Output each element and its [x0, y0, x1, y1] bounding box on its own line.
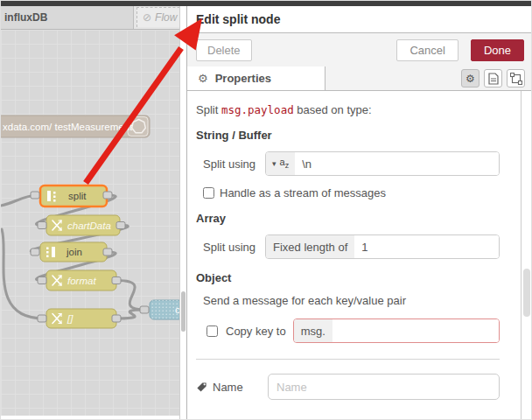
msg-payload-code: msg.payload [221, 103, 294, 116]
delete-button[interactable]: Delete [196, 39, 252, 61]
node-chart[interactable]: c [140, 300, 179, 319]
disabled-icon: ⊘ [143, 11, 151, 24]
split-intro-text: Split msg.payload based on type: [196, 103, 521, 116]
node-format[interactable]: format [38, 270, 121, 290]
wire[interactable] [2, 229, 44, 318]
port-output[interactable] [116, 222, 125, 229]
fixed-length-prefix: Fixed length of [266, 235, 354, 258]
chevron-down-icon: ▾ [272, 159, 276, 168]
port-input[interactable] [38, 315, 46, 322]
edit-tray: Edit split node Delete Cancel Done ⚙ Pro… [186, 6, 532, 420]
object-heading: Object [196, 271, 521, 284]
array-heading: Array [196, 212, 521, 225]
node-split[interactable]: split [31, 186, 112, 206]
workspace-tab-label: Flow [155, 11, 177, 24]
wire[interactable] [117, 281, 146, 311]
edit-form: Split msg.payload based on type: String … [187, 91, 521, 420]
split-using-label: Split using [203, 158, 265, 171]
bounding-box-icon [510, 73, 522, 85]
node-influxdb-out[interactable]: xdata.com/ testMeasurement [1, 116, 150, 137]
document-icon [488, 73, 499, 85]
string-type-icon: az [280, 157, 290, 170]
flow-canvas[interactable]: xdata.com/ testMeasurement split [1, 30, 179, 416]
node-chartdata[interactable]: chartData [38, 215, 125, 235]
flow-editor: influxDB ⊘Flow [1, 6, 179, 420]
copy-key-input[interactable] [332, 319, 499, 342]
port-input[interactable] [31, 192, 39, 199]
edit-tray-title: Edit split node [187, 6, 532, 33]
canvas-scrollbar-thumb[interactable] [181, 291, 186, 332]
node-label: [] [66, 313, 74, 324]
node-label: format [67, 276, 96, 286]
port-output[interactable] [112, 277, 121, 284]
stream-checkbox[interactable] [203, 187, 214, 199]
copy-key-checkbox[interactable] [206, 326, 218, 337]
string-split-typedinput: ▾ az [265, 151, 500, 176]
node-label: join [66, 247, 82, 257]
stream-checkbox-label: Handle as a stream of messages [220, 186, 386, 200]
type-select-button[interactable]: ▾ az [266, 152, 295, 175]
form-divider [196, 359, 500, 360]
port-output[interactable] [103, 192, 112, 199]
edit-tray-toolbar: Delete Cancel Done [187, 33, 532, 66]
workspace-tabbar: influxDB ⊘Flow [1, 6, 179, 30]
gear-icon: ⚙ [466, 73, 475, 85]
edit-tray-tabrow: ⚙ Properties ⚙ [187, 66, 532, 91]
workspace-tab-label: influxDB [4, 11, 47, 24]
copy-key-label: Copy key to [226, 325, 286, 338]
node-settings-button[interactable]: ⚙ [461, 69, 480, 88]
description-button[interactable] [484, 69, 502, 88]
string-buffer-heading: String / Buffer [196, 129, 521, 142]
done-button[interactable]: Done [471, 39, 524, 61]
port-input[interactable] [31, 248, 39, 256]
appearance-button[interactable] [507, 69, 525, 88]
name-field-label: Name [196, 381, 268, 394]
node-label: chartData [67, 220, 111, 231]
tag-icon [196, 382, 207, 393]
port-input[interactable] [140, 306, 149, 313]
flow-graph: xdata.com/ testMeasurement split [1, 30, 179, 416]
port-output[interactable] [103, 248, 112, 256]
node-red-window: influxDB ⊘Flow [0, 0, 532, 420]
node-label: split [68, 191, 87, 201]
object-description: Send a message for each key/value pair [203, 294, 521, 307]
copy-key-input-group: msg. [293, 318, 500, 343]
gear-icon: ⚙ [198, 72, 208, 85]
array-length-input-group: Fixed length of [265, 234, 500, 259]
node-join[interactable]: join [31, 242, 112, 262]
port-input[interactable] [38, 222, 46, 229]
form-scrollbar-thumb[interactable] [523, 269, 530, 317]
canvas-scrollbar[interactable] [179, 6, 186, 420]
array-length-input[interactable] [354, 235, 499, 258]
port-input[interactable] [38, 277, 46, 284]
tab-properties-label: Properties [215, 72, 271, 85]
tab-properties[interactable]: ⚙ Properties [187, 66, 326, 90]
name-input[interactable] [268, 374, 500, 400]
cancel-button[interactable]: Cancel [396, 39, 458, 61]
array-split-using-label: Split using [203, 241, 265, 254]
form-scrollbar[interactable] [521, 91, 532, 420]
string-split-value-input[interactable] [295, 152, 499, 175]
node-brackets[interactable]: [] [38, 309, 121, 328]
port-output[interactable] [112, 315, 121, 322]
workspace-tab-influxdb[interactable]: influxDB [1, 6, 134, 29]
node-label: xdata.com/ testMeasurement [3, 122, 133, 132]
msg-prefix: msg. [294, 319, 332, 342]
